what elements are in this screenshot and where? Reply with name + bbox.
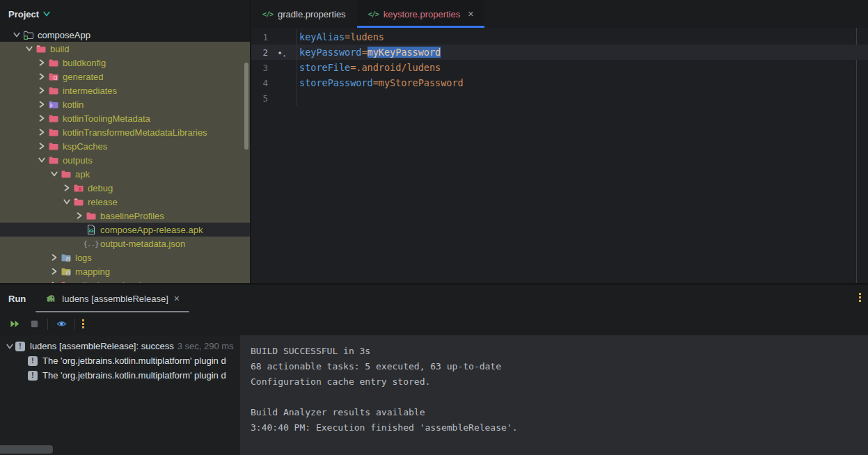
tab-gradle-properties[interactable]: </> gradle.properties	[251, 0, 357, 28]
toolbar-separator	[47, 319, 48, 330]
tree-item-composeapp-release-apk[interactable]: composeApp-release.apk	[0, 223, 250, 237]
tree-item-label: mapping	[75, 266, 110, 277]
chevron-right-icon[interactable]	[51, 268, 58, 275]
chevron-down-icon[interactable]	[26, 45, 33, 52]
chevron-right-icon[interactable]	[51, 254, 58, 261]
horizontal-scrollbar-thumb[interactable]	[0, 445, 53, 454]
tree-item-label: kspCaches	[63, 141, 107, 152]
folder-icon	[47, 154, 59, 166]
tree-item-release[interactable]: release	[0, 195, 250, 209]
tree-item-build[interactable]: build	[0, 42, 250, 56]
chevron-right-icon[interactable]	[38, 101, 45, 108]
tree-item-kotlin[interactable]: kotlin	[0, 97, 250, 111]
tab-label: keystore.properties	[384, 9, 461, 19]
tree-item-logs[interactable]: logs	[0, 250, 250, 264]
code-editor[interactable]: 1keyAlias=ludens2✦keyPassword=myKeyPassw…	[251, 28, 868, 283]
close-icon[interactable]: ×	[468, 8, 473, 19]
chevron-right-icon[interactable]	[38, 129, 45, 136]
close-icon[interactable]: ×	[174, 293, 180, 304]
tree-item-label: generated	[63, 72, 104, 82]
tab-label: gradle.properties	[278, 9, 346, 19]
folder-icon	[47, 85, 59, 96]
tree-item-intermediates[interactable]: intermediates	[0, 83, 250, 97]
editor-line-4[interactable]: 4storePassword=myStorePassword	[251, 75, 868, 90]
warning-icon: !	[28, 356, 38, 366]
folder-icon	[47, 141, 59, 152]
folder-icon	[85, 210, 97, 221]
tree-item-kspcaches[interactable]: kspCaches	[0, 139, 250, 153]
gutter: 5	[251, 90, 297, 106]
chevron-down-icon[interactable]	[51, 170, 58, 177]
build-event-row[interactable]: !ludens [assembleRelease]: success3 sec,…	[0, 339, 240, 353]
folder-icon	[47, 57, 59, 68]
code-token: myStorePassword	[379, 77, 464, 88]
code-text: keyPassword=myKeyPassword	[297, 47, 441, 58]
project-tool-window: Project composeAppbuildbuildkonfiggenera…	[0, 0, 251, 283]
gradle-elephant-icon	[45, 293, 56, 304]
tree-item-kotlintoolingmetadata[interactable]: kotlinToolingMetadata	[0, 111, 250, 125]
gutter: 2✦	[251, 45, 297, 60]
folder-icon	[47, 71, 59, 82]
folder-icon	[47, 113, 59, 124]
code-token: .android/ludens	[356, 62, 441, 73]
excluded-build-subtree: buildbuildkonfiggeneratedintermediatesko…	[0, 42, 250, 283]
project-view-selector[interactable]: Project	[0, 0, 250, 28]
project-view-title: Project	[8, 9, 39, 19]
chevron-down-icon[interactable]	[63, 198, 70, 205]
project-tree: composeAppbuildbuildkonfiggeneratedinter…	[0, 28, 250, 283]
watch-eye-icon[interactable]	[55, 318, 68, 330]
tree-item-output-metadata-json[interactable]: {..}output-metadata.json	[0, 237, 250, 250]
editor-line-3[interactable]: 3storeFile=.android/ludens	[251, 60, 868, 75]
tree-item-label: baselineProfiles	[100, 211, 164, 221]
chevron-down-icon	[43, 10, 50, 17]
tree-item-apk[interactable]: apk	[0, 167, 250, 181]
chevron-right-icon[interactable]	[38, 143, 45, 150]
tree-item-sdk-dependencies[interactable]: sdk_dependencies	[0, 278, 250, 283]
tree-item-baselineprofiles[interactable]: baselineProfiles	[0, 209, 250, 223]
build-console-output[interactable]: BUILD SUCCESSFUL in 3s68 actionable task…	[240, 335, 868, 455]
tree-item-mapping[interactable]: mapping	[0, 264, 250, 278]
gutter: 1	[251, 29, 297, 45]
build-event-row[interactable]: !The 'org.jetbrains.kotlin.multiplatform…	[0, 368, 240, 383]
code-token: keyPassword	[299, 47, 361, 58]
chevron-right-icon[interactable]	[38, 59, 45, 66]
build-event-row[interactable]: !The 'org.jetbrains.kotlin.multiplatform…	[0, 353, 240, 368]
stop-icon[interactable]	[28, 318, 40, 330]
chevron-right-icon[interactable]	[38, 115, 45, 122]
chevron-down-icon[interactable]	[6, 343, 13, 350]
code-text: storeFile=.android/ludens	[297, 62, 441, 73]
editor-line-5[interactable]: 5	[251, 90, 868, 106]
tree-item-buildkonfig[interactable]: buildkonfig	[0, 56, 250, 70]
tree-item-label: debug	[88, 183, 113, 193]
chevron-right-icon[interactable]	[76, 212, 83, 219]
tree-item-debug[interactable]: debug	[0, 181, 250, 195]
code-token: storeFile	[299, 62, 350, 73]
chevron-down-icon[interactable]	[38, 157, 45, 163]
tree-item-outputs[interactable]: outputs	[0, 153, 250, 167]
editor-lines: 1keyAlias=ludens2✦keyPassword=myKeyPassw…	[251, 29, 868, 106]
editor-line-1[interactable]: 1keyAlias=ludens	[251, 29, 868, 45]
project-scrollbar-thumb[interactable]	[244, 63, 248, 150]
gutter: 3	[251, 60, 297, 75]
chevron-down-icon[interactable]	[13, 31, 20, 38]
editor-area: </> gradle.properties </> keystore.prope…	[251, 0, 868, 283]
more-options-icon[interactable]	[859, 293, 861, 302]
chevron-right-icon[interactable]	[38, 73, 45, 80]
tree-item-composeapp[interactable]: composeApp	[0, 28, 250, 42]
code-token: storePassword	[299, 77, 373, 88]
tree-item-label: composeApp	[38, 30, 90, 40]
code-token: myKeyPassword	[368, 47, 441, 58]
ai-sparkle-icon[interactable]: ✦	[268, 49, 292, 56]
rerun-icon[interactable]	[8, 318, 21, 330]
tree-item-kotlintransformedmetadatalibraries[interactable]: kotlinTransformedMetadataLibraries	[0, 125, 250, 139]
run-tab-ludens-assemblerelease[interactable]: ludens [assembleRelease] ×	[35, 285, 189, 312]
chevron-right-icon[interactable]	[63, 184, 70, 191]
more-icon[interactable]	[82, 319, 84, 328]
editor-line-2[interactable]: 2✦keyPassword=myKeyPassword	[251, 45, 868, 60]
chevron-right-icon[interactable]	[38, 87, 45, 94]
line-number: 1	[251, 32, 268, 42]
tree-item-generated[interactable]: generated	[0, 70, 250, 83]
tab-keystore-properties[interactable]: </> keystore.properties ×	[357, 0, 485, 28]
tree-item-label: output-metadata.json	[100, 239, 185, 249]
run-header: Run ludens [assembleRelease] ×	[0, 285, 868, 312]
